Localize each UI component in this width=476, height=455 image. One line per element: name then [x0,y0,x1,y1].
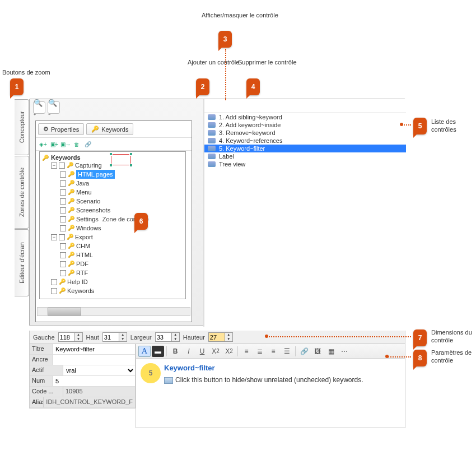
tree-node[interactable]: 🔑HTML [60,250,183,259]
tree-node[interactable]: 🔑RTF [60,268,183,277]
resize-handle[interactable] [109,152,113,156]
checkbox[interactable] [60,270,66,276]
tab-concepteur[interactable]: Concepteur [15,99,29,155]
key-icon: 🔑 [59,286,66,295]
spin-up[interactable]: ▲ [171,333,179,337]
hauteur-input[interactable] [209,333,225,341]
largeur-field[interactable]: ▲▼ [155,332,180,342]
spin-up[interactable]: ▲ [225,333,232,337]
resize-handle[interactable] [129,164,133,167]
align-right-button[interactable]: ≡ [267,346,279,357]
titre-input[interactable] [53,344,135,354]
align-center-button[interactable]: ≣ [254,346,266,357]
control-list-item[interactable]: Tree view [204,160,406,168]
checkbox[interactable] [60,216,66,222]
tab-editeur-ecran[interactable]: Editeur d'écran [15,229,29,296]
checkbox[interactable] [60,225,66,231]
checkbox[interactable] [60,198,66,205]
tab-zones-controle[interactable]: Zones de contrôle [15,156,29,229]
checkbox[interactable] [60,207,66,213]
control-list-item[interactable]: 2. Add keyword~inside [204,121,406,129]
tree-node[interactable]: 🔑Screenshots [60,206,183,215]
tiny-icon[interactable]: ◈+ [38,139,48,149]
tiny-icon[interactable]: ▣+ [49,139,59,149]
font-bold-block[interactable]: ▬ [152,346,164,357]
tree-node[interactable]: 🔑CHM [60,242,183,250]
checkbox[interactable] [60,171,66,178]
tree-node[interactable]: 🔑SettingsZone de contrôle [60,215,183,224]
table-button[interactable]: ▦ [325,346,337,357]
font-normal-button[interactable]: A [138,346,151,357]
collapse-icon[interactable]: − [51,162,57,169]
callout-1: 1 [10,78,24,95]
align-justify-button[interactable]: ☰ [281,346,293,357]
gauche-field[interactable]: ▲▼ [58,332,83,342]
subscript-button[interactable]: X2 [209,346,222,357]
prop-row-num: Num [30,376,135,387]
tree-node[interactable]: 🔑HTML pages [60,170,183,179]
checkbox[interactable] [60,243,66,249]
tree-node[interactable]: 🔑Scenario [60,197,183,206]
horizontal-scrollbar[interactable] [37,307,190,316]
link-button[interactable]: 🔗 [298,346,310,357]
checkbox[interactable] [59,234,65,240]
spin-down[interactable]: ▼ [119,337,127,342]
more-button[interactable]: ⋯ [338,346,351,357]
tree-node[interactable]: 🔑Menu [60,188,183,197]
align-left-button[interactable]: ≡ [240,346,253,357]
checkbox[interactable] [59,162,65,169]
keywords-tree[interactable]: 🔑Keywords −🔑Capturing 🔑HTML pages 🔑Java … [39,151,186,299]
tree-node[interactable]: 🔑PDF [60,259,183,268]
hauteur-field[interactable]: ▲▼ [208,332,233,342]
spin-down[interactable]: ▼ [74,337,82,342]
checkbox[interactable] [51,279,57,285]
zoom-in-button[interactable]: 🔍+ [33,101,45,114]
tree-node[interactable]: 🔑Keywords [51,286,183,295]
bold-button[interactable]: B [169,346,181,357]
rich-text-editor: A ▬ B I U X2 X2 ≡ ≣ ≡ ☰ 🔗 🖼 ▦ ⋯ 5 Keywor… [136,344,405,428]
actif-select[interactable]: vrai [63,365,135,375]
scrollbar-thumb[interactable] [48,308,81,315]
tree-node[interactable]: 🔑Help ID [51,277,183,286]
tree-node[interactable]: 🔑Windows [60,224,183,233]
control-list-item[interactable]: 5. Keyword~filter [204,145,406,152]
tree-node[interactable]: −🔑Export [51,233,183,242]
tiny-icon[interactable]: ▣→ [60,139,71,149]
largeur-input[interactable] [156,333,171,341]
spin-up[interactable]: ▲ [119,333,127,337]
control-item-label: 1. Add sibling~keyword [219,114,282,120]
spin-up[interactable]: ▲ [74,333,82,337]
annot-label-7: Dimensions du contrôle [431,328,476,345]
control-list-item[interactable]: 1. Add sibling~keyword [204,113,406,121]
spin-down[interactable]: ▼ [171,337,179,342]
tiny-icon[interactable]: 🔗 [83,139,93,149]
haut-input[interactable] [103,333,119,341]
checkbox[interactable] [51,288,57,294]
checkbox[interactable] [60,261,66,267]
control-list-item[interactable]: Label [204,152,406,160]
tree-node[interactable]: 🔑Java [60,179,183,188]
italic-button[interactable]: I [183,346,195,357]
resize-handle[interactable] [109,164,113,167]
properties-button[interactable]: ⚙Properties [38,123,84,135]
ancre-input[interactable] [53,355,135,365]
control-list-item[interactable]: 3. Remove~keyword [204,129,406,137]
selection-handles[interactable] [111,154,131,165]
gauche-input[interactable] [59,333,74,341]
resize-handle[interactable] [129,152,133,156]
checkbox[interactable] [60,180,66,187]
underline-button[interactable]: U [196,346,208,357]
control-list-item[interactable]: 4. Keyword~references [204,137,406,145]
keywords-button[interactable]: 🔑Keywords [86,123,133,135]
checkbox[interactable] [60,189,66,196]
haut-field[interactable]: ▲▼ [102,332,127,342]
zoom-out-button[interactable]: 🔍− [48,101,60,114]
image-button[interactable]: 🖼 [311,346,324,357]
spin-down[interactable]: ▼ [225,337,232,342]
checkbox[interactable] [60,252,66,258]
superscript-button[interactable]: X2 [223,346,235,357]
rte-body[interactable]: 5 Keyword~filter Click this button to hi… [136,359,405,389]
collapse-icon[interactable]: − [51,234,57,240]
tiny-icon[interactable]: 🗑 [72,139,82,149]
num-input[interactable] [53,376,135,386]
